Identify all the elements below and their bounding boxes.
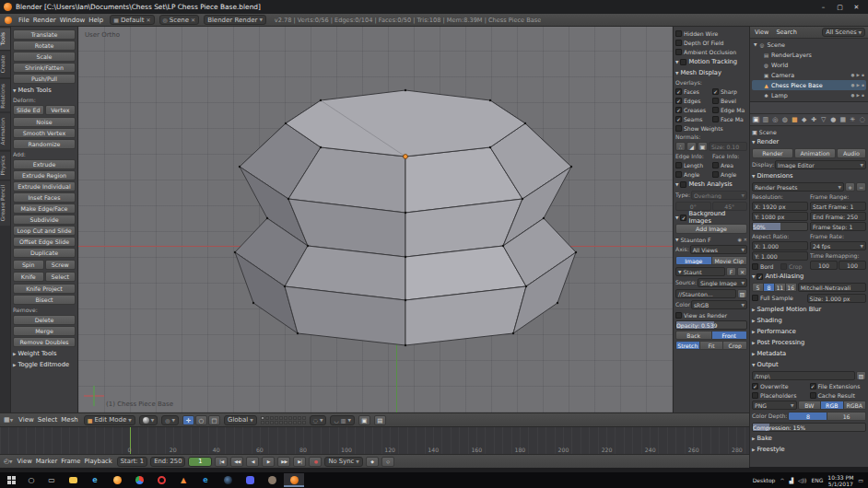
analysis-min-field[interactable]: 0° xyxy=(675,202,711,211)
info-menu[interactable]: Help xyxy=(87,17,105,24)
outliner-item-chess-piece-base[interactable]: ▲Chess Piece Base●▶▪ xyxy=(752,80,866,90)
collapsed-panel-header[interactable]: ▶Shading xyxy=(752,315,866,326)
overlay-checkbox[interactable]: Edges xyxy=(675,96,710,105)
collapsed-panel-header[interactable]: ▶Metadata xyxy=(752,348,866,359)
overlay-checkbox[interactable]: Creases xyxy=(675,105,710,114)
outliner-item-renderlayers[interactable]: ▤RenderLayers xyxy=(752,50,866,60)
minimize-button[interactable]: – xyxy=(815,1,831,13)
collapsed-panel-header[interactable]: ▶Post Processing xyxy=(752,337,866,348)
image-datablock-field[interactable]: ▼Staunt xyxy=(675,267,725,276)
start-button[interactable] xyxy=(2,473,20,487)
weight-tools-panel-header[interactable]: ▶Weight Tools xyxy=(13,348,76,359)
show-weights-checkbox[interactable]: Show Weights xyxy=(675,123,747,133)
edge-slide-button[interactable]: Slide Ed xyxy=(13,105,44,115)
tab-data[interactable]: ▽ xyxy=(820,116,828,123)
unlink-button[interactable]: ✕ xyxy=(737,267,747,276)
eye-icon[interactable]: ◉ xyxy=(737,237,741,242)
add-tool-button[interactable]: Subdivide xyxy=(13,215,76,225)
depth-8-toggle[interactable]: 8 xyxy=(788,412,827,421)
browse-icon[interactable]: ▼ xyxy=(678,270,681,274)
aa-8[interactable]: 8 xyxy=(764,283,775,292)
network-icon[interactable]: ▟ xyxy=(789,477,793,483)
visibility-toggles[interactable]: ●▶▪ xyxy=(851,73,864,77)
file-browse-button[interactable]: ▨ xyxy=(856,371,866,380)
aa-11[interactable]: 11 xyxy=(775,283,786,292)
jump-to-start-button[interactable]: |◀ xyxy=(215,457,228,467)
loose-edge-normals-toggle[interactable]: ◢ xyxy=(686,142,697,151)
timeline-menu[interactable]: Playback xyxy=(82,458,113,465)
collapsed-panel-header[interactable]: ▶Performance xyxy=(752,326,866,337)
editor-type-icon[interactable]: ▦▼ xyxy=(4,416,13,424)
add-tool-button[interactable]: Knife Project xyxy=(13,284,76,294)
timeline-menu[interactable]: Marker xyxy=(34,458,60,465)
source-dropdown[interactable]: Single Image▼ xyxy=(698,278,747,287)
outliner-item-world[interactable]: ◍World xyxy=(752,60,866,70)
screen-layout-selector[interactable]: ▦Default✕ xyxy=(110,15,154,25)
taskbar-clock[interactable]: 10:33 PM 5/1/2017 xyxy=(827,474,853,487)
placeholders-checkbox[interactable]: Placeholders xyxy=(752,390,809,400)
tool-shelf-tab[interactable]: Animation xyxy=(0,112,10,150)
outliner-scope-dropdown[interactable]: All Scenes▼ xyxy=(822,28,865,37)
edge-info-checkbox[interactable]: Length xyxy=(675,160,710,169)
volume-icon[interactable]: ◁)) xyxy=(798,477,806,483)
tab-scene[interactable]: ◎ xyxy=(771,116,780,123)
opacity-slider[interactable]: Opacity: 0.539 xyxy=(675,320,747,330)
crop-toggle[interactable]: Crop xyxy=(723,341,747,350)
gimp-taskbar-icon[interactable] xyxy=(262,473,282,487)
current-frame-field[interactable]: 1 xyxy=(188,457,212,467)
keying-set-remove-button[interactable]: ◇ xyxy=(381,457,394,467)
transform-tool-button[interactable]: Shrink/Fatten xyxy=(13,63,76,73)
prev-keyframe-button[interactable]: ◀◀ xyxy=(230,457,243,467)
tool-shelf-tab[interactable]: Tools xyxy=(0,27,10,50)
analysis-max-field[interactable]: 45° xyxy=(712,202,748,211)
scale-manipulator-button[interactable]: □ xyxy=(208,415,220,425)
render-button[interactable]: Render xyxy=(752,148,793,158)
remap-new-field[interactable]: 100 xyxy=(839,261,866,270)
hidden-wire-checkbox[interactable]: Hidden Wire xyxy=(675,29,747,38)
proportional-edit-dropdown[interactable]: ◌▼ xyxy=(310,415,327,425)
start-frame-field[interactable]: Start: 1 xyxy=(117,457,147,467)
steam-taskbar-icon[interactable] xyxy=(217,473,238,487)
viewport-menu[interactable]: Mesh xyxy=(59,416,79,424)
desktop-toolbar-label[interactable]: Desktop xyxy=(753,477,776,483)
pivot-dropdown[interactable]: ◎▼ xyxy=(161,415,179,425)
translate-manipulator-button[interactable]: ✛ xyxy=(182,415,194,425)
face-info-checkbox[interactable]: Area xyxy=(712,160,747,169)
full-sample-checkbox[interactable]: Full Sample xyxy=(752,293,806,302)
front-toggle[interactable]: Front xyxy=(712,331,748,340)
cache-result-checkbox[interactable]: Cache Result xyxy=(810,390,867,400)
render-panel-header[interactable]: ▼Render xyxy=(752,136,866,147)
file-browse-button[interactable]: ▨ xyxy=(737,289,747,298)
tool-shelf-tab[interactable]: Physics xyxy=(0,150,10,180)
orientation-dropdown[interactable]: Global▼ xyxy=(224,415,257,425)
bw-toggle[interactable]: BW xyxy=(798,401,821,410)
aspect-y-field[interactable]: Y: 1.000 xyxy=(752,251,808,261)
frame-step-field[interactable]: Frame Step: 1 xyxy=(810,222,866,231)
play-reverse-button[interactable]: ◀ xyxy=(246,457,259,467)
viewport-3d[interactable]: User Ortho (1) Chess Piece Base xyxy=(78,27,673,412)
unlink-icon[interactable]: ✕ xyxy=(146,17,150,23)
image-toggle[interactable]: Image xyxy=(675,256,712,265)
axis-dropdown[interactable]: All Views▼ xyxy=(690,245,747,254)
back-toggle[interactable]: Back xyxy=(675,331,712,340)
snap-dropdown[interactable]: ◡▥▼ xyxy=(330,415,354,425)
transform-tool-button[interactable]: Rotate xyxy=(13,41,76,51)
close-icon[interactable]: ✕ xyxy=(744,237,747,242)
outliner-item-scene[interactable]: ▼◎Scene xyxy=(752,40,866,50)
remove-preset-button[interactable]: − xyxy=(856,182,866,192)
outliner-item-lamp[interactable]: ✱Lamp●▶▪ xyxy=(752,90,866,100)
add-tool-button[interactable]: Inset Faces xyxy=(13,192,76,203)
overlay-checkbox[interactable]: Seams xyxy=(675,114,710,123)
close-button[interactable]: ✕ xyxy=(849,1,864,13)
add-tool-button[interactable]: Extrude Region xyxy=(13,170,76,180)
add-tool-button[interactable]: Extrude xyxy=(13,159,76,169)
add-tool-button[interactable]: Loop Cut and Slide xyxy=(13,226,76,236)
notification-center-button[interactable]: ▭ xyxy=(858,477,863,483)
analysis-type-dropdown[interactable]: Overhang▼ xyxy=(691,191,747,200)
face-info-checkbox[interactable]: Angle xyxy=(712,169,747,179)
opengl-render-button[interactable]: ▣ xyxy=(358,415,370,425)
overlay-checkbox[interactable]: Sharp xyxy=(712,87,747,96)
tab-object[interactable]: ■ xyxy=(791,116,799,123)
mesh-display-panel-header[interactable]: ▼Mesh Display xyxy=(675,67,747,78)
render-engine-selector[interactable]: Blender Render▼ xyxy=(204,15,266,25)
